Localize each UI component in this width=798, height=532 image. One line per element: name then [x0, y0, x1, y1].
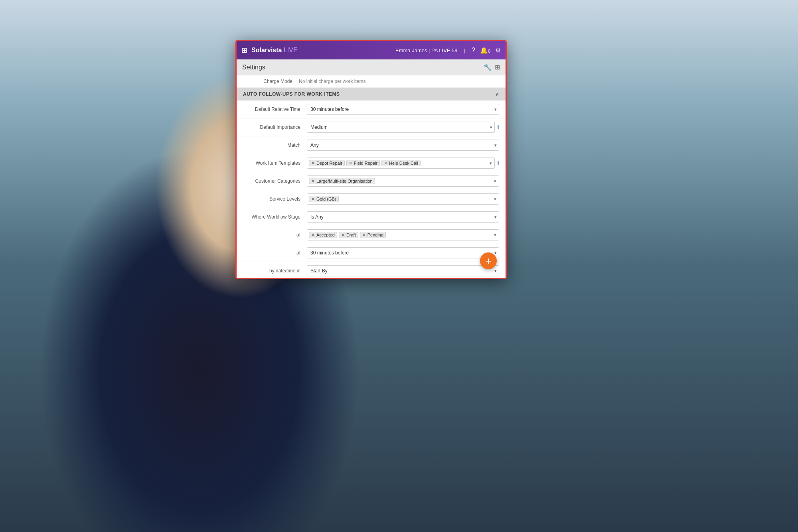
tag-pending: ✕ Pending [360, 232, 386, 238]
title-icons: 🔧 ⊞ [484, 63, 500, 71]
tags-work-item-templates[interactable]: ✕ Depot Repair ✕ Field Repair ✕ Help Des… [307, 158, 495, 169]
field-default-relative-time: 30 minutes before [307, 104, 499, 115]
bell-button[interactable]: 🔔0 [480, 47, 490, 54]
label-match: Match [243, 142, 307, 148]
tag-close-accepted[interactable]: ✕ [311, 233, 315, 237]
tag-depot-repair: ✕ Depot Repair [309, 160, 345, 166]
tag-label-gold-gb: Gold (GB) [316, 197, 336, 201]
form-row-of: of ✕ Accepted ✕ Draft ✕ Pending [237, 226, 506, 244]
brand-suffix: LIVE [282, 47, 297, 53]
select-match[interactable]: Any [307, 140, 499, 151]
label-default-relative-time: Default Relative Time [243, 106, 307, 112]
select-importance-container: Medium ℹ [307, 122, 499, 133]
form-row-match: Match Any [237, 136, 506, 154]
field-at: 30 minutes before [307, 247, 499, 258]
field-service-levels: ✕ Gold (GB) [307, 193, 499, 205]
field-work-item-templates: ✕ Depot Repair ✕ Field Repair ✕ Help Des… [307, 158, 499, 169]
separator: | [464, 47, 465, 53]
tag-label-large-multi-site: Large/Multi-site Organisation [316, 179, 373, 183]
label-where-workflow-stage: Where Workflow Stage [243, 214, 307, 220]
tag-accepted: ✕ Accepted [309, 232, 337, 238]
bell-badge: 0 [488, 49, 490, 53]
grid-view-icon[interactable]: ⊞ [495, 63, 500, 71]
select-wrapper-importance: Medium [307, 122, 495, 133]
tag-draft: ✕ Draft [339, 232, 358, 238]
tag-field-repair: ✕ Field Repair [346, 160, 380, 166]
field-customer-categories: ✕ Large/Multi-site Organisation [307, 175, 499, 187]
field-of: ✕ Accepted ✕ Draft ✕ Pending [307, 229, 499, 240]
brand-name: Solarvista LIVE [251, 47, 395, 54]
add-fab-button[interactable]: + [480, 252, 497, 269]
field-default-importance: Medium ℹ [307, 122, 499, 133]
charge-mode-label: Charge Mode [243, 79, 299, 84]
section-title: AUTO FOLLOW-UPS FOR WORK ITEMS [243, 91, 340, 97]
label-default-importance: Default Importance [243, 124, 307, 130]
tag-gold-gb: ✕ Gold (GB) [309, 196, 339, 202]
tag-label-pending: Pending [367, 233, 383, 237]
form-row-by-date-time-in: by date/time in Start By [237, 262, 506, 278]
select-wrapper-relative-time: 30 minutes before [307, 104, 499, 115]
collapse-icon[interactable]: ∧ [495, 91, 499, 97]
help-button[interactable]: ? [472, 47, 475, 54]
field-by-date-time-in: Start By [307, 265, 499, 276]
tag-close-help-desk-call[interactable]: ✕ [384, 161, 387, 166]
main-window: ⊞ Solarvista LIVE Emma James | PA LIVE 5… [235, 40, 507, 279]
select-wrapper-by-date-time: Start By [307, 265, 499, 276]
tag-label-help-desk-call: Help Desk Call [389, 161, 418, 166]
label-of: of [243, 232, 307, 238]
settings-button[interactable]: ⚙ [495, 47, 501, 54]
grid-icon: ⊞ [241, 46, 247, 55]
select-at[interactable]: 30 minutes before [307, 247, 499, 258]
field-where-workflow-stage: Is Any [307, 211, 499, 223]
section-header[interactable]: AUTO FOLLOW-UPS FOR WORK ITEMS ∧ [237, 88, 506, 100]
importance-info-icon[interactable]: ℹ [497, 124, 499, 130]
tag-close-depot-repair[interactable]: ✕ [311, 161, 315, 166]
tag-label-draft: Draft [346, 233, 356, 237]
form-row-service-levels: Service Levels ✕ Gold (GB) [237, 190, 506, 208]
tag-close-field-repair[interactable]: ✕ [349, 161, 352, 166]
tag-close-pending[interactable]: ✕ [362, 233, 366, 237]
select-by-date-time-in[interactable]: Start By [307, 265, 499, 276]
label-service-levels: Service Levels [243, 196, 307, 202]
tag-label-depot-repair: Depot Repair [316, 161, 342, 166]
tag-large-multi-site: ✕ Large/Multi-site Organisation [309, 178, 375, 184]
nav-right: Emma James | PA LIVE 59 | ? 🔔0 ⚙ [395, 47, 501, 54]
select-wrapper-at: 30 minutes before [307, 247, 499, 258]
tags-customer-categories[interactable]: ✕ Large/Multi-site Organisation [307, 175, 499, 187]
charge-mode-value: No initial charge per work items [299, 79, 365, 84]
form-row-default-relative-time: Default Relative Time 30 minutes before [237, 100, 506, 118]
select-default-relative-time[interactable]: 30 minutes before [307, 104, 499, 115]
tags-work-item-container: ✕ Depot Repair ✕ Field Repair ✕ Help Des… [307, 158, 499, 169]
page-title: Settings [242, 64, 484, 71]
nav-user-label: Emma James | PA LIVE 59 [395, 47, 458, 53]
select-default-importance[interactable]: Medium [307, 122, 495, 133]
select-wrapper-match: Any [307, 140, 499, 151]
top-nav: ⊞ Solarvista LIVE Emma James | PA LIVE 5… [237, 41, 506, 59]
tag-label-accepted: Accepted [316, 233, 335, 237]
form-row-default-importance: Default Importance Medium ℹ [237, 118, 506, 136]
tag-help-desk-call: ✕ Help Desk Call [381, 160, 421, 166]
tags-of[interactable]: ✕ Accepted ✕ Draft ✕ Pending [307, 229, 499, 240]
wrench-icon[interactable]: 🔧 [484, 63, 492, 71]
title-bar: Settings 🔧 ⊞ [237, 59, 506, 75]
field-match: Any [307, 140, 499, 151]
form-row-customer-categories: Customer Categories ✕ Large/Multi-site O… [237, 172, 506, 190]
label-by-date-time-in: by date/time in [243, 268, 307, 274]
form-row-where-workflow-stage: Where Workflow Stage Is Any [237, 208, 506, 226]
select-wrapper-workflow-stage: Is Any [307, 211, 499, 223]
form-row-at: at 30 minutes before [237, 244, 506, 262]
form-row-work-item-templates: Work Item Templates ✕ Depot Repair ✕ Fie… [237, 154, 506, 172]
tag-close-gold-gb[interactable]: ✕ [311, 197, 315, 201]
tag-close-large-multi-site[interactable]: ✕ [311, 179, 315, 183]
truncated-charge-row: Charge Mode No initial charge per work i… [237, 75, 506, 88]
select-where-workflow-stage[interactable]: Is Any [307, 211, 499, 223]
templates-info-icon[interactable]: ℹ [497, 160, 499, 166]
label-at: at [243, 250, 307, 256]
tag-label-field-repair: Field Repair [354, 161, 377, 166]
content-area: Charge Mode No initial charge per work i… [237, 75, 506, 278]
tags-service-levels[interactable]: ✕ Gold (GB) [307, 193, 499, 205]
label-customer-categories: Customer Categories [243, 178, 307, 184]
label-work-item-templates: Work Item Templates [243, 160, 307, 166]
tag-close-draft[interactable]: ✕ [341, 233, 345, 237]
